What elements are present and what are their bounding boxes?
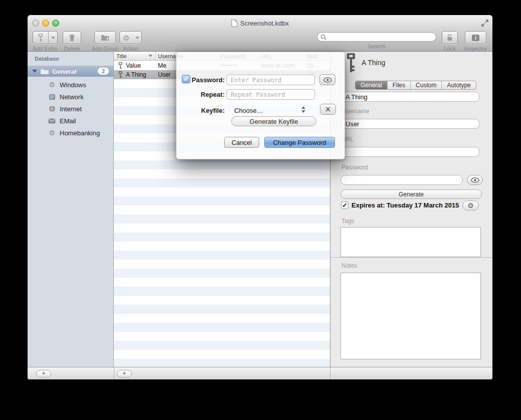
- search-area: Search: [317, 32, 436, 49]
- envelope-icon: [48, 118, 56, 124]
- sidebar-group-badge: 2: [98, 68, 109, 75]
- tab-custom[interactable]: Custom: [411, 81, 442, 89]
- change-password-button[interactable]: Change Password: [264, 137, 335, 148]
- change-password-dialog: ✓ Password: Repeat: Keyfile: Choose… ✕ G…: [176, 52, 345, 159]
- password-field[interactable]: [340, 175, 463, 185]
- dialog-show-password-button[interactable]: [319, 74, 335, 85]
- eye-icon: [323, 77, 332, 83]
- sidebar-group-label: General: [52, 68, 76, 75]
- folder-plus-icon: [94, 31, 116, 44]
- tab-files[interactable]: Files: [388, 81, 411, 89]
- divider: [114, 367, 114, 379]
- search-input[interactable]: [328, 34, 433, 41]
- action-label: Action: [123, 46, 138, 52]
- lock-button[interactable]: Lock: [442, 31, 458, 52]
- toolbar: Screenshot.kdbx Add Entry Delete: [28, 15, 492, 52]
- add-group-label: Add Group: [92, 46, 118, 52]
- close-icon: ✕: [325, 105, 331, 113]
- trash-icon: [63, 31, 81, 44]
- app-window: Screenshot.kdbx Add Entry Delete: [28, 15, 492, 379]
- inspector-panel: A Thing General Files Custom Autotype Us…: [330, 52, 492, 367]
- delete-label: Delete: [64, 46, 80, 52]
- key-icon: [33, 32, 48, 44]
- chevron-down-icon: [49, 32, 57, 44]
- sidebar-item-label: Network: [60, 93, 84, 101]
- lock-label: Lock: [444, 46, 455, 52]
- notes-label: Notes: [341, 262, 357, 269]
- dialog-repeat-input[interactable]: [227, 89, 315, 100]
- key-icon: [118, 71, 122, 78]
- inspector-entry-title: A Thing: [362, 59, 385, 67]
- sidebar-item-label: Internet: [60, 105, 82, 113]
- column-header-title[interactable]: Title: [114, 52, 155, 60]
- add-group-button[interactable]: Add Group: [92, 31, 118, 52]
- generate-keyfile-button[interactable]: Generate Keyfile: [231, 116, 316, 126]
- dialog-password-input[interactable]: [227, 75, 315, 85]
- sidebar-item-label: Windows: [60, 81, 86, 89]
- tab-general[interactable]: General: [356, 81, 388, 89]
- password-label: Password: [341, 164, 368, 171]
- sidebar-item-internet[interactable]: Internet: [28, 103, 113, 114]
- add-group-plus-button[interactable]: +: [36, 370, 51, 377]
- show-password-button[interactable]: [467, 175, 483, 185]
- divider: [330, 367, 330, 379]
- username-label: Username: [341, 108, 369, 115]
- action-button[interactable]: ⚙ Action: [119, 31, 142, 52]
- sidebar-item-email[interactable]: EMail: [28, 115, 113, 126]
- sidebar-item-homebanking[interactable]: ⚙ Homebanking: [28, 127, 113, 138]
- notes-input[interactable]: [340, 273, 481, 359]
- window-title: Screenshot.kdbx: [28, 19, 492, 27]
- key-icon: [118, 62, 122, 69]
- folder-icon: [40, 68, 49, 75]
- sort-indicator-icon: [148, 55, 152, 57]
- delete-button[interactable]: Delete: [63, 31, 81, 52]
- url-field[interactable]: [340, 147, 480, 157]
- generate-password-button[interactable]: Generate: [340, 189, 482, 199]
- section-divider: [330, 257, 492, 258]
- gear-icon: ⚙: [120, 32, 133, 44]
- dialog-keyfile-label: Keyfile:: [176, 107, 225, 114]
- dialog-repeat-label: Repeat:: [176, 91, 225, 98]
- tags-label: Tags: [341, 218, 354, 225]
- expires-checkbox[interactable]: ✓: [341, 201, 349, 209]
- chevron-down-icon: [133, 32, 141, 44]
- server-icon: [48, 94, 56, 100]
- sidebar-item-windows[interactable]: ⚙ Windows: [28, 79, 113, 90]
- gear-icon: ⚙: [48, 129, 56, 136]
- document-icon: [231, 19, 238, 27]
- eye-icon: [471, 177, 479, 183]
- expires-options-button[interactable]: ⚙: [462, 200, 479, 211]
- bottom-bar: + +: [28, 367, 492, 379]
- sidebar: Database General 2 ⚙ Windows Network Int…: [28, 52, 114, 367]
- clear-keyfile-button[interactable]: ✕: [320, 104, 336, 115]
- sidebar-group-general[interactable]: General 2: [28, 66, 113, 77]
- info-icon: i: [465, 31, 486, 44]
- fullscreen-icon[interactable]: [480, 19, 489, 28]
- stepper-icon[interactable]: [301, 106, 305, 113]
- window-title-text: Screenshot.kdbx: [240, 20, 289, 27]
- search-label: Search: [368, 43, 386, 49]
- username-field[interactable]: [340, 119, 480, 129]
- search-icon: [320, 34, 326, 40]
- sidebar-item-label: Homebanking: [60, 129, 100, 137]
- key-icon: [344, 52, 358, 73]
- add-entry-button[interactable]: Add Entry: [33, 31, 58, 52]
- add-entry-plus-button[interactable]: +: [117, 370, 132, 377]
- add-entry-label: Add Entry: [33, 46, 57, 52]
- unlock-icon: [442, 31, 458, 44]
- globe-icon: [48, 105, 56, 112]
- tab-autotype[interactable]: Autotype: [442, 81, 475, 89]
- sidebar-item-network[interactable]: Network: [28, 91, 113, 102]
- dialog-password-label: Password:: [176, 76, 225, 84]
- disclosure-triangle-icon[interactable]: [32, 70, 37, 73]
- gear-icon: ⚙: [48, 81, 56, 88]
- tags-input[interactable]: [340, 227, 481, 257]
- sidebar-section-header: Database: [35, 56, 59, 62]
- title-field[interactable]: [340, 92, 480, 102]
- cancel-button[interactable]: Cancel: [224, 137, 259, 148]
- inspector-button[interactable]: i Inspector: [464, 31, 487, 52]
- keyfile-popup[interactable]: Choose…: [234, 107, 263, 114]
- inspector-tabs: General Files Custom Autotype: [355, 81, 476, 90]
- gear-icon: ⚙: [467, 202, 474, 209]
- expires-label: Expires at: Tuesday 17 March 2015: [352, 201, 459, 209]
